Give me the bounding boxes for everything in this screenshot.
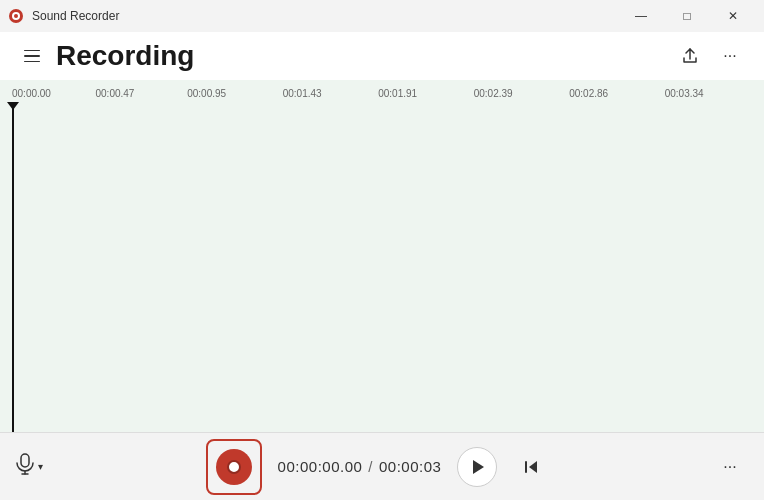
more-dots-bottom-icon: ···	[723, 458, 736, 476]
time-display: 00:00:00.00 / 00:00:03	[278, 458, 442, 475]
timeline-label-5: 00:02.39	[474, 88, 513, 99]
more-options-header-button[interactable]: ···	[712, 38, 748, 74]
title-bar-text: Sound Recorder	[32, 9, 618, 23]
window-controls: — □ ✕	[618, 0, 756, 32]
timeline-label-7: 00:03.34	[665, 88, 704, 99]
playhead-marker	[7, 102, 19, 110]
play-button[interactable]	[457, 447, 497, 487]
app-header: Recording ···	[0, 32, 764, 80]
current-time: 00:00:00.00	[278, 458, 363, 475]
playback-controls: 00:00:00.00 / 00:00:03	[43, 439, 712, 495]
skip-to-start-button[interactable]	[513, 449, 549, 485]
page-title: Recording	[56, 40, 672, 72]
minimize-button[interactable]: —	[618, 0, 664, 32]
timeline-label-2: 00:00.95	[187, 88, 226, 99]
play-icon	[471, 459, 485, 475]
title-bar: Sound Recorder — □ ✕	[0, 0, 764, 32]
menu-button[interactable]	[16, 40, 48, 72]
mic-icon	[16, 453, 34, 480]
mic-section[interactable]: ▾	[16, 453, 43, 480]
timeline-label-3: 00:01.43	[283, 88, 322, 99]
svg-point-2	[14, 14, 18, 18]
timeline-label-4: 00:01.91	[378, 88, 417, 99]
skip-icon	[522, 458, 540, 476]
record-button-inner	[216, 449, 252, 485]
svg-rect-9	[525, 461, 527, 473]
record-button[interactable]	[206, 439, 262, 495]
time-separator: /	[368, 458, 373, 475]
bottom-bar: ▾ 00:00:00.00 / 00:00:03	[0, 432, 764, 500]
share-button[interactable]	[672, 38, 708, 74]
waveform-canvas: // Generate waveform bars (function() { …	[0, 108, 764, 432]
close-button[interactable]: ✕	[710, 0, 756, 32]
playhead-line	[12, 108, 14, 432]
more-dots-icon: ···	[723, 47, 736, 65]
maximize-button[interactable]: □	[664, 0, 710, 32]
waveform-area: 00:00.00 00:00.47 00:00.95 00:01.43 00:0…	[0, 80, 764, 432]
timeline-label-1: 00:00.47	[96, 88, 135, 99]
svg-rect-6	[21, 454, 29, 467]
waveform-svg: // Generate waveform bars (function() { …	[0, 108, 764, 432]
timeline: 00:00.00 00:00.47 00:00.95 00:01.43 00:0…	[0, 80, 764, 108]
record-dot	[227, 460, 241, 474]
timeline-label-6: 00:02.86	[569, 88, 608, 99]
app-icon	[8, 8, 24, 24]
header-actions: ···	[672, 38, 748, 74]
total-time: 00:00:03	[379, 458, 441, 475]
hamburger-icon	[24, 50, 40, 63]
timeline-label-0: 00:00.00	[12, 88, 51, 99]
more-options-button[interactable]: ···	[712, 449, 748, 485]
